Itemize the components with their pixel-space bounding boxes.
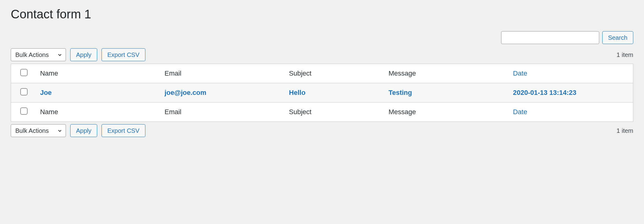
- sort-by-date-footer-link[interactable]: Date: [513, 108, 527, 116]
- bulk-actions-select-top[interactable]: Bulk Actions: [11, 48, 66, 61]
- select-all-checkbox-bottom[interactable]: [20, 107, 28, 115]
- bulk-actions-select-bottom[interactable]: Bulk Actions: [11, 124, 66, 137]
- page-title: Contact form 1: [11, 6, 633, 22]
- items-count-bottom: 1 item: [617, 127, 633, 134]
- export-csv-button-bottom[interactable]: Export CSV: [102, 124, 145, 137]
- entry-email-link[interactable]: joe@joe.com: [164, 89, 206, 96]
- items-count-top: 1 item: [617, 51, 633, 58]
- entries-table: Name Email Subject Message Date Joe joe@…: [11, 64, 633, 122]
- column-footer-email[interactable]: Email: [160, 103, 285, 122]
- select-all-footer: [11, 103, 36, 122]
- search-bar: Search: [11, 31, 633, 44]
- table-row: Joe joe@joe.com Hello Testing 2020-01-13…: [11, 83, 633, 103]
- chevron-down-icon: [57, 128, 63, 133]
- bulk-actions-label: Bulk Actions: [15, 51, 49, 58]
- column-footer-message[interactable]: Message: [384, 103, 509, 122]
- entry-date: 2020-01-13 13:14:23: [513, 89, 577, 96]
- bulk-actions-label: Bulk Actions: [15, 127, 49, 134]
- chevron-down-icon: [57, 52, 63, 58]
- row-checkbox[interactable]: [20, 88, 28, 95]
- search-button[interactable]: Search: [602, 31, 633, 44]
- column-header-subject[interactable]: Subject: [285, 64, 384, 83]
- select-all-header: [11, 64, 36, 83]
- column-header-date[interactable]: Date: [509, 64, 633, 83]
- column-footer-subject[interactable]: Subject: [285, 103, 384, 122]
- column-footer-date[interactable]: Date: [509, 103, 633, 122]
- cell-email: joe@joe.com: [160, 83, 285, 103]
- cell-date: 2020-01-13 13:14:23: [509, 83, 633, 103]
- column-header-email[interactable]: Email: [160, 64, 285, 83]
- cell-subject: Hello: [285, 83, 384, 103]
- select-all-checkbox-top[interactable]: [20, 69, 28, 76]
- apply-button-top[interactable]: Apply: [70, 48, 97, 61]
- apply-button-bottom[interactable]: Apply: [70, 124, 97, 137]
- column-footer-name[interactable]: Name: [36, 103, 160, 122]
- row-checkbox-cell: [11, 83, 36, 103]
- entry-subject: Hello: [289, 89, 305, 96]
- column-header-message[interactable]: Message: [384, 64, 509, 83]
- tablenav-bottom: Bulk Actions Apply Export CSV 1 item: [11, 124, 633, 137]
- tablenav-top: Bulk Actions Apply Export CSV 1 item: [11, 48, 633, 61]
- export-csv-button-top[interactable]: Export CSV: [102, 48, 145, 61]
- entry-name-link[interactable]: Joe: [40, 89, 52, 96]
- cell-name: Joe: [36, 83, 160, 103]
- column-header-name[interactable]: Name: [36, 64, 160, 83]
- cell-message: Testing: [384, 83, 509, 103]
- entry-message: Testing: [389, 89, 412, 96]
- sort-by-date-link[interactable]: Date: [513, 69, 527, 77]
- search-input[interactable]: [501, 31, 599, 44]
